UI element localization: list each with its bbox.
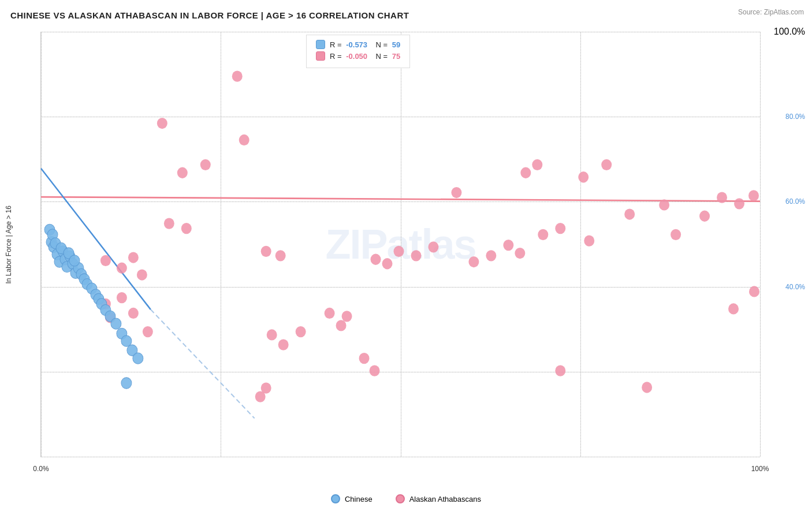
svg-line-0 <box>41 197 760 201</box>
svg-point-25 <box>659 199 669 210</box>
svg-point-84 <box>394 246 404 257</box>
svg-point-21 <box>555 223 565 234</box>
svg-point-5 <box>177 167 188 178</box>
y-label-60: 60.0% <box>785 197 805 206</box>
legend-row-pink: R = -0.050 N = 75 <box>316 51 400 61</box>
chart-container: CHINESE VS ALASKAN ATHABASCAN IN LABOR F… <box>0 0 812 515</box>
chinese-label: Chinese <box>345 495 373 503</box>
svg-point-83 <box>411 250 421 261</box>
svg-point-20 <box>601 159 612 170</box>
svg-point-90 <box>515 248 525 259</box>
legend-box-blue <box>316 40 325 49</box>
alaskan-label: Alaskan Athabascans <box>409 495 481 503</box>
svg-point-19 <box>578 171 588 182</box>
svg-point-82 <box>428 241 438 252</box>
svg-point-87 <box>468 256 479 267</box>
svg-point-39 <box>117 292 127 303</box>
svg-point-48 <box>359 353 370 364</box>
svg-point-16 <box>451 187 461 198</box>
x-label-0: 0.0% <box>33 465 49 473</box>
legend-r-blue: R = -0.573 N = 59 <box>330 40 400 49</box>
svg-point-22 <box>538 229 548 240</box>
chinese-legend-icon <box>331 494 340 503</box>
svg-point-38 <box>296 326 306 337</box>
svg-point-86 <box>371 254 381 265</box>
svg-point-29 <box>734 198 744 209</box>
svg-point-26 <box>671 229 681 240</box>
svg-point-85 <box>382 258 393 269</box>
svg-point-12 <box>128 252 139 263</box>
svg-point-37 <box>278 339 289 350</box>
svg-point-89 <box>503 240 513 251</box>
svg-point-9 <box>181 223 192 234</box>
x-label-100: 100% <box>751 465 769 473</box>
legend-row-blue: R = -0.573 N = 59 <box>316 40 400 49</box>
svg-point-77 <box>121 378 132 389</box>
svg-point-31 <box>749 286 759 297</box>
grid-vline-100 <box>760 32 761 457</box>
svg-point-17 <box>520 167 531 178</box>
svg-point-70 <box>111 318 121 329</box>
svg-point-41 <box>143 326 153 337</box>
svg-point-81 <box>69 255 80 266</box>
svg-point-47 <box>642 382 652 393</box>
legend-r-pink: R = -0.050 N = 75 <box>330 52 400 61</box>
chart-svg <box>41 32 760 457</box>
y-label-100: 100.0% <box>774 27 805 37</box>
source-label: Source: ZipAtlas.com <box>738 8 804 16</box>
svg-point-3 <box>232 70 243 81</box>
svg-point-30 <box>748 190 759 201</box>
svg-point-10 <box>261 246 271 257</box>
svg-point-13 <box>117 263 127 274</box>
chart-area: ZIPatlas 100.0% 80.0% 60.0% 40.0% 0.0% 1… <box>40 32 760 457</box>
svg-point-36 <box>267 329 277 340</box>
svg-point-88 <box>486 250 496 261</box>
y-label-40: 40.0% <box>785 283 805 291</box>
svg-point-49 <box>370 365 380 376</box>
svg-point-23 <box>584 235 594 246</box>
svg-point-7 <box>239 135 249 145</box>
bottom-legend-alaskan: Alaskan Athabascans <box>396 494 481 503</box>
y-axis-title: In Labor Force | Age > 16 <box>3 32 14 457</box>
svg-point-8 <box>164 218 174 229</box>
svg-point-34 <box>336 320 347 331</box>
svg-point-18 <box>532 159 542 170</box>
svg-line-2 <box>151 309 255 419</box>
svg-point-27 <box>699 211 710 222</box>
chart-title: CHINESE VS ALASKAN ATHABASCAN IN LABOR F… <box>10 10 409 20</box>
svg-point-28 <box>717 192 727 203</box>
legend-box-pink <box>316 51 325 61</box>
svg-point-4 <box>157 118 167 129</box>
svg-point-11 <box>275 250 286 261</box>
y-label-80: 80.0% <box>785 113 805 121</box>
svg-point-74 <box>133 353 143 364</box>
alaskan-legend-icon <box>396 494 405 503</box>
grid-line-0 <box>41 457 760 457</box>
svg-point-46 <box>555 365 565 376</box>
svg-point-32 <box>728 303 739 314</box>
bottom-legend: Chinese Alaskan Athabascans <box>0 494 812 503</box>
svg-point-15 <box>100 255 111 266</box>
svg-point-35 <box>342 311 352 322</box>
svg-point-24 <box>624 208 635 219</box>
svg-point-33 <box>325 308 335 319</box>
svg-point-45 <box>255 391 266 402</box>
svg-point-6 <box>200 159 211 170</box>
svg-point-40 <box>128 308 139 319</box>
legend: R = -0.573 N = 59 R = -0.050 N = 75 <box>306 35 410 68</box>
svg-point-14 <box>137 269 147 280</box>
bottom-legend-chinese: Chinese <box>331 494 373 503</box>
